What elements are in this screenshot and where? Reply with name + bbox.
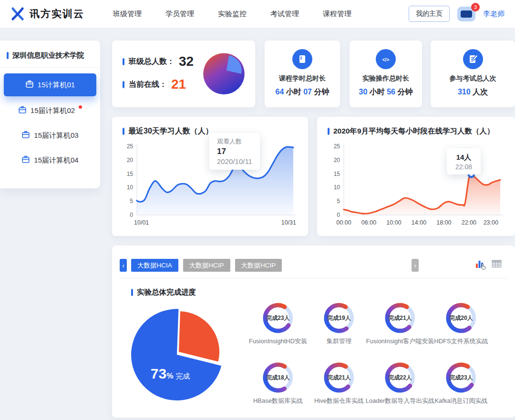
line-chart: 051015202510/0110/31 (118, 140, 299, 232)
my-home-button[interactable]: 我的主页 (409, 6, 450, 22)
donut-ring: 完成22人 (383, 361, 417, 394)
class-label: 15届计算机03 (34, 131, 78, 140)
svg-text:14:00: 14:00 (412, 219, 426, 226)
svg-text:0: 0 (337, 212, 340, 218)
nav-item[interactable]: 学员管理 (165, 10, 194, 19)
exam-icon (463, 49, 483, 69)
overview-row: 班级总人数：32 (123, 55, 194, 68)
main-nav: 班级管理学员管理实验监控考试管理课程管理 (113, 10, 351, 19)
accent-bar (7, 52, 9, 59)
nav-item[interactable]: 班级管理 (113, 10, 142, 19)
class-icon (25, 80, 34, 90)
code-icon: </> (376, 49, 396, 69)
chart-tooltip: 14人 22:08 (447, 148, 481, 174)
tooltip-label: 观看人数 (217, 137, 252, 146)
logo-x-icon (10, 7, 25, 21)
svg-text:00:00: 00:00 (336, 219, 351, 226)
svg-text:10: 10 (334, 184, 340, 191)
class-label: 15计算机01 (38, 81, 75, 90)
tabs-prev-button[interactable]: ‹ (120, 259, 127, 272)
class-overview-card: 班级总人数：32当前在线：21 (112, 41, 255, 107)
class-icon (21, 131, 30, 140)
tabs: 大数据HCIA大数据HCIP大数据HCIP (131, 259, 287, 272)
accent-bar (123, 81, 124, 88)
stat-title: 课程学时总时长 (265, 74, 340, 83)
donut-completed-label: 完成22人 (383, 361, 417, 394)
svg-text:25: 25 (127, 143, 134, 150)
experiment-donut: 完成23人Kafka消息订阅实战 (423, 361, 499, 405)
table-view-icon[interactable] (492, 259, 502, 270)
overview-label: 班级总人数： (129, 57, 175, 67)
donut-completed-label: 完成23人 (444, 361, 478, 394)
accent-bar (123, 128, 124, 135)
donut-experiment-name: Kafka消息订阅实战 (423, 397, 499, 405)
donut-ring: 完成20人 (444, 301, 478, 335)
course-hours-card: 课程学时总时长 64 小时 07 分钟 (265, 41, 340, 107)
last-30-days-chart-card: 最近30天学习人数（人） 051015202510/0110/31 观看人数 1… (112, 117, 308, 236)
svg-text:0: 0 (130, 212, 133, 218)
svg-text:5: 5 (130, 198, 133, 205)
donut-ring: 完成21人 (383, 301, 417, 335)
tooltip-time: 22:08 (455, 163, 472, 171)
overview-label: 当前在线： (129, 80, 167, 90)
accent-bar (131, 289, 133, 296)
nav-item[interactable]: 课程管理 (323, 10, 351, 19)
sidebar-class-item[interactable]: 15届计算机04 (4, 150, 96, 171)
svg-text:20: 20 (334, 157, 340, 164)
svg-text:5: 5 (337, 198, 340, 205)
svg-text:15: 15 (334, 171, 340, 177)
donut-completed-label: 完成19人 (322, 301, 356, 335)
user-name[interactable]: 李老师 (483, 10, 505, 19)
tabs-next-button[interactable]: › (412, 259, 419, 272)
donut-completed-label: 完成20人 (444, 301, 478, 335)
stat-title: 实验操作总时长 (350, 74, 422, 83)
notification-badge[interactable]: 3 (471, 3, 480, 11)
tab[interactable]: 大数据HCIP (235, 259, 282, 272)
svg-text:23:00: 23:00 (484, 219, 498, 226)
svg-text:10/31: 10/31 (281, 219, 296, 226)
hand-cursor-icon (480, 263, 488, 271)
sidebar-class-item[interactable]: 15计算机01 (4, 73, 96, 96)
sidebar-class-item[interactable]: 15届计算机02 (4, 100, 96, 121)
tooltip-date: 2020/10/11 (217, 157, 252, 165)
chart-title: 2020年9月平均每天每小时段在线学习人数（人） (328, 126, 508, 136)
tab-active[interactable]: 大数据HCIA (131, 259, 178, 272)
class-list: 15计算机0115届计算机0215届计算机0315届计算机04 (0, 73, 100, 171)
tab[interactable]: 大数据HCIP (183, 259, 230, 272)
experiment-donut: 完成20人HDFS文件系统实战 (423, 301, 499, 346)
nav-item[interactable]: 考试管理 (270, 10, 299, 19)
overview-value: 32 (179, 55, 194, 68)
donut-ring: 完成21人 (322, 361, 356, 394)
class-label: 15届计算机04 (34, 156, 78, 165)
donut-completed-label: 完成23人 (261, 301, 295, 335)
svg-text:10:00: 10:00 (386, 219, 401, 226)
svg-text:10: 10 (127, 184, 134, 191)
experiment-donuts: 完成23人FusionInsightHD安装完成19人集群管理完成21人Fusi… (240, 301, 507, 416)
nav-item[interactable]: 实验监控 (218, 10, 247, 19)
donut-experiment-name: HDFS文件系统实战 (423, 337, 499, 346)
book-icon (292, 49, 312, 69)
svg-text:15: 15 (127, 171, 134, 177)
accent-bar (123, 58, 124, 65)
overview-value: 21 (171, 78, 186, 91)
overall-progress-pie: 73%完成 (125, 302, 230, 407)
school-name: 深圳信息职业技术学院 (12, 51, 84, 60)
donut-completed-label: 完成21人 (383, 301, 417, 335)
tooltip-value: 17 (217, 147, 252, 156)
svg-text:20: 20 (127, 157, 134, 164)
divider (120, 278, 507, 278)
sidebar-class-item[interactable]: 15届计算机03 (4, 125, 96, 146)
class-icon (18, 106, 27, 115)
app-logo[interactable]: 讯方实训云 (10, 7, 84, 21)
user-avatar[interactable]: 3 (457, 7, 475, 21)
top-header: 讯方实训云 班级管理学员管理实验监控考试管理课程管理 我的主页 3 李老师 (0, 0, 515, 28)
lab-hours-card: </> 实验操作总时长 30 小时 56 分钟 (350, 41, 422, 107)
online-pie-chart (201, 46, 250, 100)
school-title: 深圳信息职业技术学院 (0, 41, 100, 68)
stat-value: 64 小时 07 分钟 (265, 87, 340, 97)
donut-completed-label: 完成18人 (261, 361, 295, 394)
donut-ring: 完成23人 (261, 301, 295, 335)
class-icon (21, 155, 30, 165)
overview-row: 当前在线：21 (123, 78, 194, 91)
chart-view-icon[interactable] (475, 259, 486, 271)
